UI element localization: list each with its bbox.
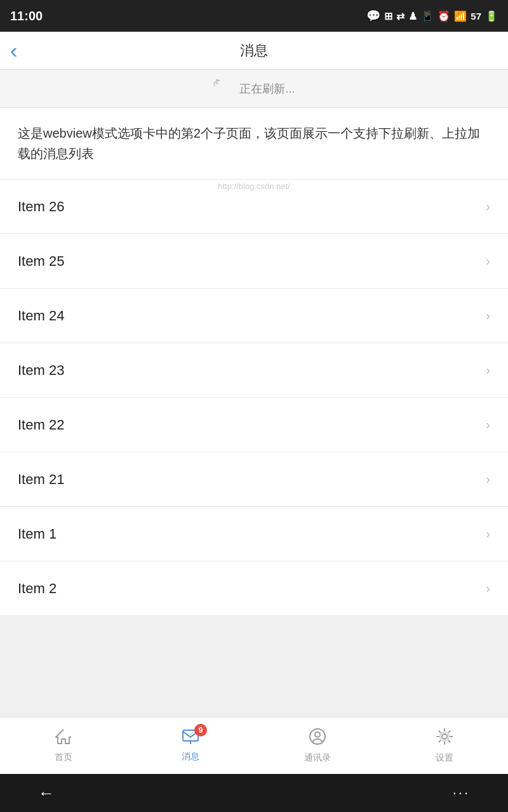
home-icon — [55, 728, 72, 749]
system-back-button[interactable]: ← — [38, 783, 55, 803]
chevron-right-icon: › — [486, 254, 490, 268]
list-item[interactable]: Item 25 › — [0, 234, 508, 289]
list-container: http://blog.csdn.net/ Item 26 › Item 25 … — [0, 180, 508, 616]
message-badge-wrapper: 9 — [182, 729, 199, 749]
list-item-label: Item 1 — [18, 526, 57, 542]
signal-icon: 📶 — [454, 10, 467, 22]
back-button[interactable]: ‹ — [10, 38, 17, 63]
status-icons: 💬 ⊞ ⇄ ♟ 📱 ⏰ 📶 57 🔋 — [366, 9, 498, 23]
battery-label: 57 — [471, 11, 481, 22]
system-nav-bar: ← ··· — [0, 774, 508, 812]
usb-icon: ⇄ — [396, 10, 404, 22]
status-time: 11:00 — [10, 9, 43, 23]
list-item[interactable]: Item 2 › — [0, 561, 508, 616]
list-item-label: Item 23 — [18, 362, 64, 379]
list-item-label: Item 22 — [18, 417, 64, 433]
tab-home-label: 首页 — [55, 752, 72, 763]
chat-icon: 💬 — [366, 9, 380, 23]
loading-spinner — [213, 79, 232, 98]
chevron-right-icon: › — [486, 472, 490, 487]
list-item-label: Item 24 — [18, 308, 64, 324]
list-item-label: Item 2 — [18, 580, 57, 597]
page-title: 消息 — [240, 41, 268, 60]
system-menu-button[interactable]: ··· — [453, 785, 470, 801]
status-bar: 11:00 💬 ⊞ ⇄ ♟ 📱 ⏰ 📶 57 🔋 — [0, 0, 508, 32]
svg-point-11 — [315, 732, 320, 737]
tab-home[interactable]: 首页 — [0, 717, 127, 774]
list-item[interactable]: Item 21 › — [0, 452, 508, 507]
refresh-text: 正在刷新... — [239, 81, 295, 96]
list-item-label: Item 26 — [18, 199, 64, 215]
chevron-right-icon: › — [486, 363, 490, 377]
tab-message[interactable]: 9 消息 — [127, 717, 254, 774]
list-item[interactable]: Item 1 › — [0, 507, 508, 561]
svg-line-3 — [215, 82, 216, 85]
tab-contacts-label: 通讯录 — [304, 752, 331, 764]
chevron-right-icon: › — [486, 308, 490, 323]
list-item[interactable]: Item 26 › — [0, 180, 508, 234]
list-item[interactable]: Item 22 › — [0, 398, 508, 452]
person-icon: ♟ — [408, 10, 417, 22]
tab-bar: 首页 9 消息 通讯录 — [0, 717, 508, 774]
list-item-label: Item 21 — [18, 471, 64, 488]
battery-icon: 🔋 — [485, 10, 498, 22]
list-item[interactable]: Item 23 › — [0, 343, 508, 398]
svg-point-12 — [442, 734, 447, 739]
list-item-label: Item 25 — [18, 253, 64, 270]
main-content: 这是webview模式选项卡中的第2个子页面，该页面展示一个支持下拉刷新、上拉加… — [0, 108, 508, 616]
tab-contacts[interactable]: 通讯录 — [254, 717, 381, 774]
chevron-right-icon: › — [486, 417, 490, 432]
refresh-banner: 正在刷新... — [0, 70, 508, 108]
chevron-right-icon: › — [486, 581, 490, 596]
chevron-right-icon: › — [486, 199, 490, 214]
settings-icon — [436, 728, 453, 750]
svg-line-2 — [216, 81, 218, 83]
tab-settings[interactable]: 设置 — [381, 717, 508, 774]
message-badge: 9 — [194, 724, 207, 737]
description-text: 这是webview模式选项卡中的第2个子页面，该页面展示一个支持下拉刷新、上拉加… — [0, 108, 508, 180]
list-item[interactable]: Item 24 › — [0, 289, 508, 343]
contacts-icon — [309, 728, 326, 750]
svg-line-4 — [213, 82, 213, 85]
svg-line-1 — [217, 79, 219, 81]
phone-icon: 📱 — [421, 10, 434, 22]
tab-settings-label: 设置 — [436, 752, 453, 764]
grid-icon: ⊞ — [384, 10, 392, 22]
alarm-icon: ⏰ — [438, 10, 450, 22]
header: ‹ 消息 — [0, 32, 508, 70]
chevron-right-icon: › — [486, 527, 490, 541]
tab-message-label: 消息 — [182, 751, 199, 763]
